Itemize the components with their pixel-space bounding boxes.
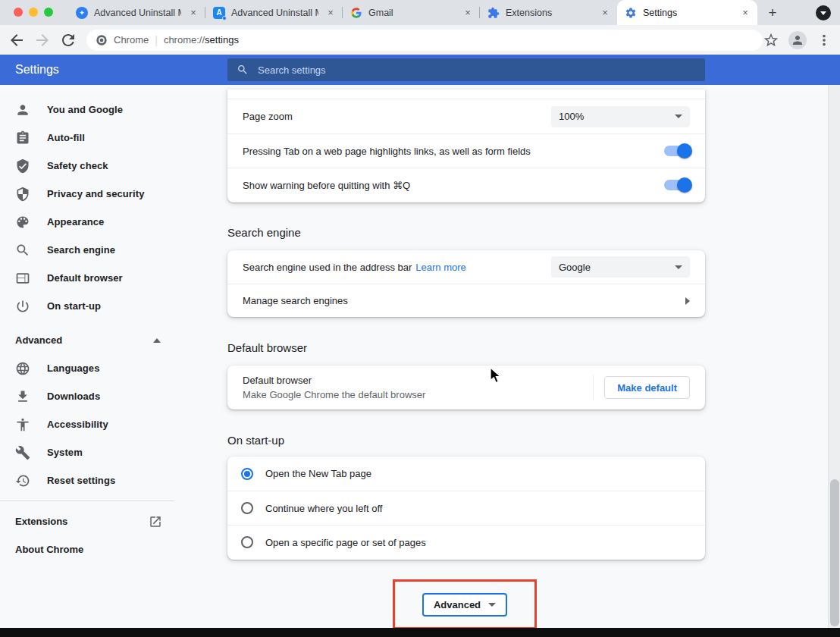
sidebar-item-search-engine[interactable]: Search engine [0, 236, 182, 264]
radio-unselected-icon[interactable] [241, 536, 253, 548]
tab-advanced-uninstall-manager-1[interactable]: ✦ Advanced Uninstall Ma × [68, 0, 205, 25]
url-scheme: chrome:// [164, 34, 205, 46]
tab-close-icon[interactable]: × [599, 7, 611, 18]
appearance-card: Page zoom 100% Pressing Tab on a web pag… [227, 89, 705, 202]
sidebar-item-safety-check[interactable]: Safety check [0, 152, 182, 180]
settings-search-input[interactable]: Search settings [227, 58, 705, 81]
palette-icon [15, 215, 30, 230]
sidebar-item-you-and-google[interactable]: You and Google [0, 96, 182, 124]
sidebar-item-downloads[interactable]: Downloads [0, 382, 182, 410]
quit-warning-row: Show warning before quitting with ⌘Q [227, 168, 705, 202]
google-g-icon [350, 7, 362, 19]
sidebar-item-about-chrome[interactable]: About Chrome [0, 535, 182, 563]
mouse-cursor [489, 367, 504, 385]
extensions-puzzle-icon [487, 7, 500, 19]
tab-extensions[interactable]: Extensions × [480, 0, 617, 25]
search-engine-card: Search engine used in the address bar Le… [227, 250, 705, 317]
subpage-arrow-icon [685, 297, 690, 305]
sidebar-item-languages[interactable]: Languages [0, 354, 182, 382]
sidebar-item-default-browser[interactable]: Default browser [0, 264, 182, 292]
tab-title: Advanced Uninstall Ma [231, 8, 318, 18]
back-button[interactable] [8, 31, 26, 49]
tab-close-icon[interactable]: × [462, 7, 474, 18]
radio-unselected-icon[interactable] [241, 502, 253, 514]
sidebar-item-autofill[interactable]: Auto-fill [0, 124, 182, 152]
sidebar-item-system[interactable]: System [0, 438, 182, 466]
search-engine-label: Search engine used in the address bar [243, 262, 412, 273]
page-title: Settings [15, 63, 59, 77]
tab-title: Gmail [368, 8, 456, 18]
tab-close-icon[interactable]: × [187, 7, 199, 18]
browser-menu-icon[interactable] [816, 32, 832, 49]
sidebar-item-appearance[interactable]: Appearance [0, 208, 182, 236]
maximize-window-button[interactable] [44, 8, 53, 17]
shield-half-icon [15, 187, 30, 202]
search-engine-row: Search engine used in the address bar Le… [227, 250, 705, 284]
tab-strip: ✦ Advanced Uninstall Ma × A Advanced Uni… [0, 0, 840, 25]
shield-check-icon [15, 158, 30, 174]
sidebar-item-accessibility[interactable]: Accessibility [0, 410, 182, 438]
make-default-button[interactable]: Make default [604, 376, 690, 399]
browser-toolbar: Chrome | chrome://settings [0, 25, 840, 55]
sidebar-item-reset-settings[interactable]: Reset settings [0, 466, 182, 494]
tab-close-icon[interactable]: × [324, 7, 337, 18]
download-icon [15, 389, 30, 404]
desktop-bottom-strip [0, 628, 840, 637]
scrollbar-track[interactable] [828, 85, 840, 628]
sidebar-item-privacy[interactable]: Privacy and security [0, 180, 182, 208]
tab-settings-active[interactable]: Settings × [617, 0, 757, 25]
power-icon [15, 299, 30, 314]
learn-more-link[interactable]: Learn more [415, 262, 465, 273]
search-icon [237, 64, 249, 76]
settings-sidebar: You and Google Auto-fill Safety check Pr… [0, 85, 182, 563]
tab-gmail[interactable]: Gmail × [343, 0, 480, 25]
wrench-icon [15, 445, 30, 460]
default-browser-title: Default browser [243, 375, 425, 386]
chevron-down-icon [820, 11, 826, 15]
tab-title: Extensions [506, 8, 593, 18]
scrollbar-thumb[interactable] [830, 479, 839, 626]
search-placeholder: Search settings [258, 64, 326, 76]
dropdown-caret-icon [488, 603, 496, 607]
app-store-icon: A [213, 7, 225, 19]
close-window-button[interactable] [14, 8, 23, 17]
startup-option-row[interactable]: Open a specific page or set of pages [227, 525, 705, 559]
advanced-expand-button[interactable]: Advanced [422, 593, 507, 617]
radio-selected-icon[interactable] [241, 468, 253, 480]
forward-button[interactable] [33, 31, 52, 49]
sidebar-divider [0, 500, 174, 501]
traffic-lights [14, 8, 53, 17]
omnibox-separator: | [155, 34, 158, 46]
sidebar-item-startup[interactable]: On start-up [0, 292, 182, 320]
globe-icon [15, 361, 30, 376]
search-engine-dropdown[interactable]: Google [551, 256, 690, 278]
reload-button[interactable] [59, 31, 77, 49]
page-zoom-dropdown[interactable]: 100% [551, 106, 690, 127]
bookmark-star-icon[interactable] [763, 32, 779, 49]
tabs: ✦ Advanced Uninstall Ma × A Advanced Uni… [68, 0, 783, 25]
tab-close-icon[interactable]: × [739, 7, 751, 18]
startup-heading: On start-up [227, 434, 284, 447]
startup-option-row[interactable]: Continue where you left off [227, 491, 705, 525]
tab-advanced-uninstall-manager-2[interactable]: A Advanced Uninstall Ma × [205, 0, 343, 25]
site-label: Chrome [114, 34, 149, 46]
pressing-tab-row: Pressing Tab on a web page highlights li… [227, 133, 705, 168]
new-tab-button[interactable]: + [762, 2, 783, 24]
sidebar-advanced-toggle[interactable]: Advanced [0, 326, 182, 354]
default-browser-row: Default browser Make Google Chrome the d… [227, 366, 705, 410]
default-browser-heading: Default browser [227, 341, 307, 354]
quit-warning-toggle[interactable] [664, 180, 690, 190]
pressing-tab-toggle[interactable] [664, 146, 690, 156]
minimize-window-button[interactable] [29, 8, 38, 17]
tab-search-button[interactable] [816, 5, 831, 20]
startup-option-row[interactable]: Open the New Tab page [227, 457, 705, 491]
open-in-new-icon [149, 515, 162, 529]
sidebar-item-extensions[interactable]: Extensions [0, 507, 182, 535]
profile-avatar[interactable] [788, 31, 807, 49]
settings-content: Page zoom 100% Pressing Tab on a web pag… [227, 85, 705, 628]
address-bar[interactable]: Chrome | chrome://settings [86, 30, 763, 51]
chevron-up-icon [153, 338, 161, 343]
search-engine-heading: Search engine [227, 226, 301, 239]
clipboard-icon [15, 130, 30, 146]
manage-search-engines-row[interactable]: Manage search engines [227, 284, 705, 317]
